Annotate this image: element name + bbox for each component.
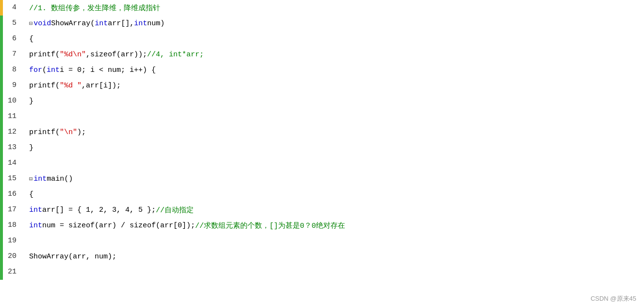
code-line: printf("%d ", arr[i]); bbox=[29, 78, 644, 93]
code-line: ⊟int main() bbox=[29, 171, 644, 187]
line-num: 20 bbox=[3, 249, 20, 264]
code-line: int arr[] = { 1, 2, 3, 4, 5 }; //自动指定 bbox=[29, 202, 644, 218]
code-line: //1. 数组传参，发生降维，降维成指针 bbox=[29, 0, 644, 16]
code-line: int num = sizeof(arr) / sizeof(arr[0]); … bbox=[29, 218, 644, 233]
code-line: ShowArray(arr, num); bbox=[29, 249, 644, 264]
line-number-row: 19 bbox=[0, 233, 23, 249]
code-editor: 456789101112131415161718192021 //1. 数组传参… bbox=[0, 0, 644, 307]
line-number-row: 11 bbox=[0, 109, 23, 124]
code-line bbox=[29, 109, 644, 124]
code-line: for (int i = 0; i < num; i++) { bbox=[29, 62, 644, 78]
line-number-row: 20 bbox=[0, 249, 23, 264]
line-number-row: 14 bbox=[0, 155, 23, 171]
line-num: 15 bbox=[3, 171, 20, 187]
line-number-row: 16 bbox=[0, 187, 23, 202]
line-number-row: 10 bbox=[0, 93, 23, 109]
code-area: 456789101112131415161718192021 //1. 数组传参… bbox=[0, 0, 644, 307]
line-num: 21 bbox=[3, 264, 20, 280]
line-num: 14 bbox=[3, 155, 20, 171]
line-num: 13 bbox=[3, 140, 20, 155]
code-line bbox=[29, 264, 644, 280]
line-number-row: 13 bbox=[0, 140, 23, 155]
code-line bbox=[29, 155, 644, 171]
line-num: 8 bbox=[3, 62, 20, 78]
line-num: 12 bbox=[3, 124, 20, 140]
line-number-row: 5 bbox=[0, 16, 23, 31]
line-number-row: 6 bbox=[0, 31, 23, 47]
line-num: 18 bbox=[3, 218, 20, 233]
code-line: } bbox=[29, 93, 644, 109]
line-numbers: 456789101112131415161718192021 bbox=[0, 0, 23, 307]
code-line: } bbox=[29, 140, 644, 155]
line-num: 19 bbox=[3, 233, 20, 249]
line-number-row: 7 bbox=[0, 47, 23, 62]
line-num: 6 bbox=[3, 31, 20, 47]
line-number-row: 8 bbox=[0, 62, 23, 78]
line-num: 16 bbox=[3, 187, 20, 202]
line-number-row: 18 bbox=[0, 218, 23, 233]
line-number-row: 17 bbox=[0, 202, 23, 218]
code-line: { bbox=[29, 31, 644, 47]
code-line bbox=[29, 233, 644, 249]
line-number-row: 9 bbox=[0, 78, 23, 93]
line-number-row: 12 bbox=[0, 124, 23, 140]
watermark: CSDN @原来45 bbox=[591, 294, 636, 303]
line-num: 5 bbox=[3, 16, 20, 31]
code-line: { bbox=[29, 187, 644, 202]
line-number-row: 4 bbox=[0, 0, 23, 16]
line-num: 10 bbox=[3, 93, 20, 109]
line-num: 17 bbox=[3, 202, 20, 218]
line-num: 7 bbox=[3, 47, 20, 62]
line-num: 4 bbox=[3, 0, 20, 16]
line-num: 11 bbox=[3, 109, 20, 124]
line-number-row: 15 bbox=[0, 171, 23, 187]
code-line: printf("%d\n", sizeof(arr)); //4, int*ar… bbox=[29, 47, 644, 62]
line-num: 9 bbox=[3, 78, 20, 93]
code-content: //1. 数组传参，发生降维，降维成指针⊟void ShowArray(int … bbox=[23, 0, 644, 307]
line-number-row: 21 bbox=[0, 264, 23, 280]
code-line: ⊟void ShowArray(int arr[], int num) bbox=[29, 16, 644, 31]
code-line: printf("\n"); bbox=[29, 124, 644, 140]
